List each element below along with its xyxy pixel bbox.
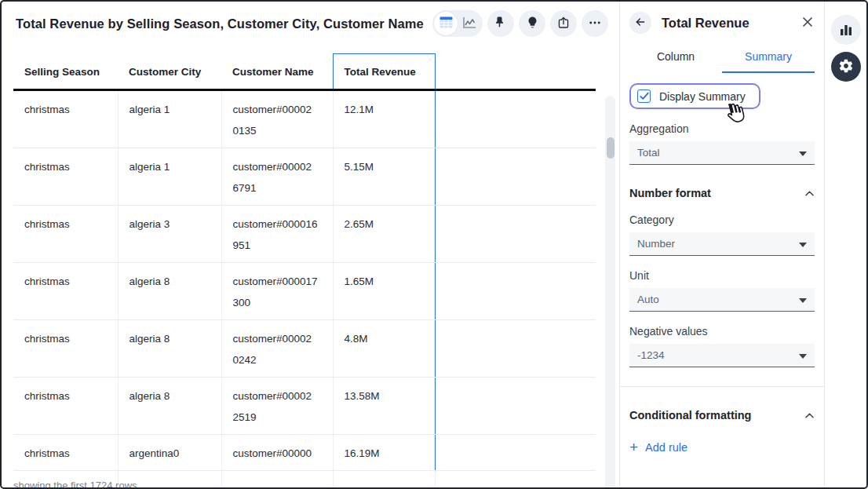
conditional-formatting-title: Conditional formatting [629, 409, 751, 421]
chevron-up-icon [804, 186, 815, 200]
tab-summary[interactable]: Summary [722, 43, 815, 73]
settings-button[interactable] [831, 52, 861, 82]
conditional-formatting-section-header[interactable]: Conditional formatting [629, 408, 815, 422]
column-header-selling-season[interactable]: Selling Season [13, 54, 118, 90]
caret-down-icon [799, 151, 807, 156]
table-icon [439, 16, 453, 31]
negative-values-select[interactable]: -1234 [629, 344, 815, 367]
unit-label: Unit [629, 269, 815, 282]
aggregation-value: Total [637, 147, 660, 159]
share-button[interactable] [550, 10, 577, 37]
table-row[interactable]: christmas argentina0 customer#00000 16.1… [13, 435, 596, 471]
table-row[interactable]: christmas algeria 8 customer#000017 300 … [13, 263, 596, 320]
answer-titlebar: Total Revenue by Selling Season, Custome… [2, 2, 619, 46]
table-row[interactable]: christmas algeria 1 customer#00002 0135 … [13, 90, 596, 148]
column-config-panel: Total Revenue Column Summary Display Sum… [620, 2, 824, 487]
aggregation-select[interactable]: Total [629, 141, 815, 165]
column-header-customer-name[interactable]: Customer Name [221, 54, 333, 90]
table-row[interactable]: christmas algeria 3 customer#000016 951 … [13, 206, 596, 263]
category-label: Category [629, 213, 815, 226]
caret-down-icon [799, 354, 807, 359]
chevron-up-icon [804, 408, 815, 422]
panel-title: Total Revenue [662, 16, 749, 31]
number-format-title: Number format [629, 187, 711, 199]
table-header-row: Selling Season Customer City Customer Na… [13, 54, 596, 90]
table-view-button[interactable] [434, 12, 458, 35]
caret-down-icon [799, 298, 807, 303]
answer-area: Total Revenue by Selling Season, Custome… [2, 2, 620, 487]
pin-icon [494, 16, 508, 32]
table-row[interactable]: christmas algeria 8 customer#00002 0242 … [13, 320, 596, 378]
plus-icon: + [629, 442, 638, 453]
back-button[interactable] [629, 12, 651, 34]
unit-value: Auto [637, 294, 659, 305]
column-header-total-revenue[interactable]: Total Revenue [333, 54, 435, 90]
page-title: Total Revenue by Selling Season, Custome… [16, 16, 424, 31]
category-select[interactable]: Number [629, 232, 815, 256]
chart-config-button[interactable] [831, 15, 861, 45]
lightbulb-icon [526, 16, 539, 31]
negative-values-value: -1234 [637, 349, 665, 361]
gear-icon [838, 58, 854, 76]
display-summary-section: Display Summary [629, 83, 815, 109]
results-table: Selling Season Customer City Customer Na… [13, 53, 596, 489]
panel-divider [620, 386, 824, 387]
checkmark-icon [640, 92, 649, 100]
chart-view-button[interactable] [458, 12, 481, 35]
aggregation-label: Aggregation [629, 122, 815, 135]
display-summary-toggle[interactable]: Display Summary [629, 83, 760, 109]
right-icon-strip [824, 2, 866, 487]
table-row[interactable]: christmas algeria 8 customer#00002 2519 … [13, 378, 596, 435]
bar-chart-icon [839, 23, 853, 38]
close-icon [802, 16, 813, 30]
caret-down-icon [799, 243, 807, 247]
close-panel-button[interactable] [801, 15, 815, 31]
row-count-status: showing the first 1724 rows [13, 480, 137, 489]
category-value: Number [637, 238, 675, 250]
add-rule-label: Add rule [645, 441, 687, 454]
app-window: Total Revenue by Selling Season, Custome… [0, 0, 868, 489]
display-summary-label: Display Summary [659, 90, 746, 103]
column-header-empty [435, 54, 596, 90]
add-rule-button[interactable]: + Add rule [629, 441, 815, 454]
panel-header: Total Revenue [629, 12, 815, 34]
line-chart-icon [462, 16, 476, 31]
table-container: Selling Season Customer City Customer Na… [2, 46, 619, 489]
scrollbar-thumb[interactable] [607, 137, 615, 159]
pin-button[interactable] [487, 10, 514, 37]
more-button[interactable] [582, 10, 608, 37]
view-toggle-group [432, 10, 483, 37]
ellipsis-icon [588, 16, 602, 32]
table-scrollbar[interactable] [605, 96, 615, 489]
share-icon [556, 16, 571, 32]
unit-select[interactable]: Auto [629, 288, 815, 312]
number-format-section-header[interactable]: Number format [629, 186, 815, 200]
negative-values-label: Negative values [629, 325, 815, 338]
tab-column[interactable]: Column [629, 43, 722, 73]
display-summary-checkbox[interactable] [637, 89, 651, 103]
panel-tabs: Column Summary [629, 43, 815, 73]
insights-button[interactable] [519, 10, 545, 37]
answer-toolbar [432, 10, 608, 37]
table-row[interactable]: christmas algeria 1 customer#00002 6791 … [13, 148, 596, 206]
column-header-customer-city[interactable]: Customer City [118, 54, 221, 90]
back-arrow-icon [634, 16, 647, 31]
